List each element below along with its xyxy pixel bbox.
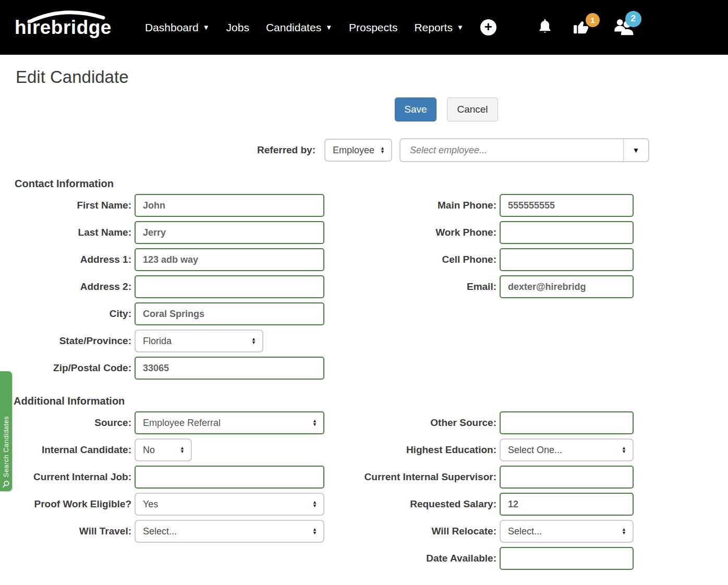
top-nav: hirebridge Dashboard ▼ Jobs Candidates ▼… [0, 0, 728, 55]
city-label: City: [0, 308, 131, 320]
source-value: Employee Referral [143, 418, 221, 429]
people-button[interactable]: 2 [612, 16, 635, 39]
email-input[interactable] [500, 275, 634, 298]
endorsements-button[interactable]: 1 [573, 18, 591, 38]
source-select[interactable]: Employee Referral ▲▼ [135, 411, 324, 434]
current-internal-job-label: Current Internal Job: [0, 471, 131, 483]
caret-down-icon: ▼ [457, 24, 464, 31]
other-source-input[interactable] [500, 411, 634, 434]
will-relocate-select[interactable]: Select... ▲▼ [500, 520, 634, 543]
caret-down-icon: ▼ [325, 24, 332, 31]
city-input[interactable] [135, 302, 324, 325]
form-row: City: [0, 302, 728, 325]
plus-icon: + [484, 20, 492, 33]
first-name-input[interactable] [135, 194, 324, 217]
select-spinner-icon: ▲▼ [312, 501, 317, 508]
form-row: Proof Work Eligible? Yes ▲▼ Requested Sa… [0, 493, 728, 516]
nav-item-dashboard[interactable]: Dashboard ▼ [145, 21, 210, 34]
nav-label: Candidates [266, 21, 321, 34]
work-phone-input[interactable] [500, 221, 634, 244]
highest-education-value: Select One... [508, 445, 562, 456]
will-travel-label: Will Travel: [0, 526, 131, 537]
select-spinner-icon: ▲▼ [180, 446, 185, 454]
form-row: Source: Employee Referral ▲▼ Other Sourc… [0, 411, 728, 434]
date-available-label: Date Available: [327, 553, 496, 564]
state-label: State/Province: [0, 335, 131, 347]
nav-label: Jobs [226, 21, 249, 34]
email-label: Email: [327, 281, 496, 292]
caret-down-icon: ▼ [203, 24, 210, 31]
state-select[interactable]: Florida ▲▼ [135, 330, 263, 352]
cell-phone-label: Cell Phone: [327, 254, 496, 265]
nav-item-reports[interactable]: Reports ▼ [414, 21, 463, 34]
first-name-label: First Name: [0, 200, 131, 211]
current-internal-supervisor-input[interactable] [500, 466, 634, 489]
people-badge: 2 [625, 11, 641, 27]
additional-information-heading: Additional Information [14, 395, 728, 407]
save-button[interactable]: Save [395, 98, 436, 121]
nav-icons: + 1 2 [464, 16, 699, 39]
internal-candidate-label: Internal Candidate: [0, 444, 131, 456]
nav-item-candidates[interactable]: Candidates ▼ [266, 21, 332, 34]
select-spinner-icon: ▲▼ [251, 337, 256, 345]
form-row: Current Internal Job: Current Internal S… [0, 466, 728, 489]
internal-candidate-select[interactable]: No ▲▼ [135, 438, 192, 461]
nav-item-jobs[interactable]: Jobs [226, 21, 249, 34]
action-buttons: Save Cancel [395, 98, 728, 121]
highest-education-select[interactable]: Select One... ▲▼ [500, 438, 634, 461]
search-icon [2, 480, 10, 488]
will-relocate-label: Will Relocate: [327, 526, 496, 537]
select-spinner-icon: ▲▼ [312, 528, 317, 535]
referred-by-type-select[interactable]: Employee ▲▼ [324, 139, 392, 162]
requested-salary-label: Requested Salary: [327, 498, 496, 510]
proof-work-eligible-select[interactable]: Yes ▲▼ [135, 493, 324, 516]
state-value: Florida [143, 336, 172, 347]
current-internal-supervisor-label: Current Internal Supervisor: [327, 471, 496, 483]
proof-work-eligible-value: Yes [143, 499, 158, 510]
proof-work-eligible-label: Proof Work Eligible? [0, 498, 131, 510]
referred-by-employee-combobox: ▼ [399, 138, 649, 162]
form-row: First Name: Main Phone: [0, 194, 728, 217]
cancel-button[interactable]: Cancel [447, 98, 498, 121]
will-travel-value: Select... [143, 526, 177, 537]
zip-input[interactable] [135, 357, 324, 380]
form-row: Address 1: Cell Phone: [0, 248, 728, 271]
select-spinner-icon: ▲▼ [622, 528, 626, 535]
form-row: Date Available: [0, 547, 728, 570]
zip-label: Zip/Postal Code: [0, 362, 131, 374]
search-candidates-tab[interactable]: Search Candidates [0, 371, 12, 491]
nav-label: Reports [414, 21, 453, 34]
will-travel-select[interactable]: Select... ▲▼ [135, 520, 324, 543]
edit-candidate-page: hirebridge Dashboard ▼ Jobs Candidates ▼… [0, 0, 728, 585]
employee-dropdown-button[interactable]: ▼ [623, 139, 648, 161]
highest-education-label: Highest Education: [327, 444, 496, 456]
date-available-input[interactable] [500, 547, 634, 570]
address1-input[interactable] [135, 248, 324, 271]
nav-items: Dashboard ▼ Jobs Candidates ▼ Prospects … [145, 21, 464, 34]
select-spinner-icon: ▲▼ [380, 147, 385, 154]
source-label: Source: [0, 417, 131, 429]
endorsements-badge: 1 [586, 13, 600, 27]
cell-phone-input[interactable] [500, 248, 634, 271]
requested-salary-input[interactable] [500, 493, 634, 516]
notifications-button[interactable] [537, 18, 553, 37]
last-name-input[interactable] [135, 221, 324, 244]
address1-label: Address 1: [0, 254, 131, 265]
address2-label: Address 2: [0, 281, 131, 292]
address2-input[interactable] [135, 275, 324, 298]
bell-icon [537, 18, 553, 35]
form-row: Last Name: Work Phone: [0, 221, 728, 244]
main-phone-input[interactable] [500, 194, 634, 217]
form-row: Will Travel: Select... ▲▼ Will Relocate:… [0, 520, 728, 543]
current-internal-job-input[interactable] [135, 466, 324, 489]
search-candidates-label: Search Candidates [2, 416, 10, 477]
other-source-label: Other Source: [327, 417, 496, 429]
nav-item-prospects[interactable]: Prospects [349, 21, 397, 34]
select-spinner-icon: ▲▼ [312, 419, 317, 426]
last-name-label: Last Name: [0, 227, 131, 238]
employee-search-input[interactable] [401, 139, 623, 161]
add-button[interactable]: + [480, 19, 496, 35]
hirebridge-logo[interactable]: hirebridge [15, 17, 112, 39]
page-title: Edit Candidate [16, 67, 728, 87]
nav-label: Prospects [349, 21, 397, 34]
